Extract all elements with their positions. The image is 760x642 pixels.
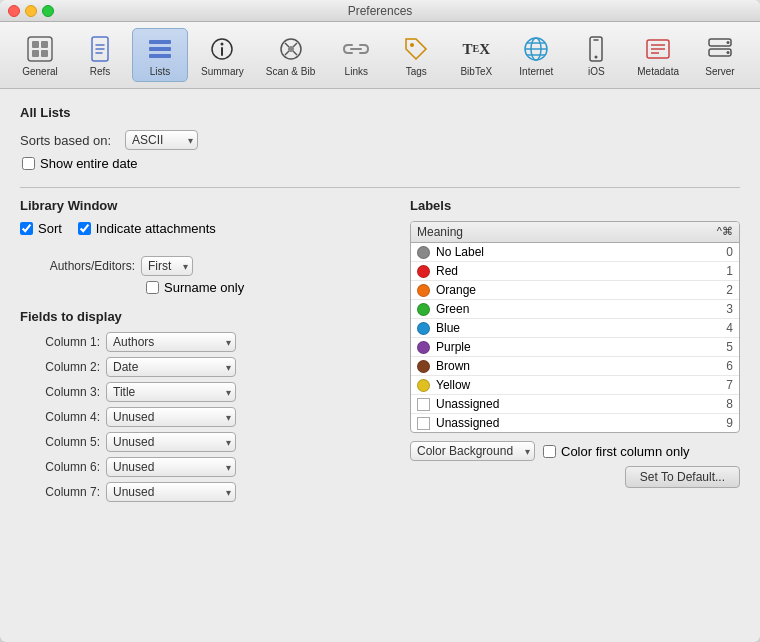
col3-select-wrapper[interactable]: AuthorsDateTitleUnused [106,382,236,402]
label-number-7: 7 [713,378,733,392]
col7-select[interactable]: AuthorsDateTitleUnused [106,482,236,502]
close-button[interactable] [8,5,20,17]
toolbar-item-scan-bib[interactable]: Scan & Bib [257,28,324,82]
svg-rect-6 [149,47,171,51]
authors-select[interactable]: First Last Full [141,256,193,276]
color-bg-select-wrapper[interactable]: Color Background Color Row Color Text [410,441,535,461]
label-row-unassigned-9[interactable]: Unassigned 9 [411,414,739,432]
fields-to-display-title: Fields to display [20,309,380,324]
col2-select-wrapper[interactable]: AuthorsDateTitleUnused [106,357,236,377]
col7-select-wrapper[interactable]: AuthorsDateTitleUnused [106,482,236,502]
label-row-blue[interactable]: Blue 4 [411,319,739,338]
internet-label: Internet [519,66,553,77]
labels-bottom-controls: Color Background Color Row Color Text Co… [410,441,740,461]
svg-point-34 [726,51,729,54]
svg-point-16 [288,46,294,52]
sort-checkbox[interactable] [20,222,33,235]
svg-point-33 [726,41,729,44]
col3-select[interactable]: AuthorsDateTitleUnused [106,382,236,402]
label-row-orange[interactable]: Orange 2 [411,281,739,300]
col4-label: Column 4: [20,410,100,424]
toolbar-item-summary[interactable]: Summary [192,28,253,82]
sorts-select-wrapper[interactable]: ASCII Natural Unicode [125,130,198,150]
show-entire-date-checkbox[interactable] [22,157,35,170]
indicate-attachments-label: Indicate attachments [96,221,216,236]
content-area: All Lists Sorts based on: ASCII Natural … [0,89,760,642]
svg-rect-2 [41,41,48,48]
label-number-1: 1 [713,264,733,278]
server-icon [704,33,736,65]
toolbar-item-metadata[interactable]: Metadata [628,28,688,82]
label-row-purple[interactable]: Purple 5 [411,338,739,357]
col5-select-wrapper[interactable]: AuthorsDateTitleUnused [106,432,236,452]
ios-icon [580,33,612,65]
col5-select[interactable]: AuthorsDateTitleUnused [106,432,236,452]
label-row-no-label[interactable]: No Label 0 [411,243,739,262]
indicate-attachments-checkbox[interactable] [78,222,91,235]
field-row-7: Column 7: AuthorsDateTitleUnused [20,482,380,502]
color-bg-select[interactable]: Color Background Color Row Color Text [410,441,535,461]
field-row-2: Column 2: AuthorsDateTitleUnused [20,357,380,377]
svg-rect-4 [41,50,48,57]
svg-rect-7 [149,54,171,58]
col4-select[interactable]: AuthorsDateTitleUnused [106,407,236,427]
col2-label: Column 2: [20,360,100,374]
minimize-button[interactable] [25,5,37,17]
toolbar-item-tags[interactable]: Tags [388,28,444,82]
svg-line-15 [293,51,297,55]
labels-table: Meaning ^⌘ No Label 0 Red 1 [410,221,740,433]
title-bar: Preferences [0,0,760,22]
toolbar: General Refs Lists [0,22,760,89]
color-first-col-checkbox[interactable] [543,445,556,458]
toolbar-item-bibtex[interactable]: TEX BibTeX [448,28,504,82]
svg-point-26 [595,56,598,59]
refs-label: Refs [90,66,111,77]
set-to-default-button[interactable]: Set To Default... [625,466,740,488]
toolbar-item-internet[interactable]: Internet [508,28,564,82]
field-row-1: Column 1: AuthorsDateTitleUnused [20,332,380,352]
color-first-col-label: Color first column only [561,444,690,459]
svg-line-12 [285,43,289,47]
label-color-purple [417,341,430,354]
label-row-yellow[interactable]: Yellow 7 [411,376,739,395]
toolbar-item-general[interactable]: General [12,28,68,82]
authors-select-wrapper[interactable]: First Last Full [141,256,193,276]
surname-only-checkbox[interactable] [146,281,159,294]
col6-label: Column 6: [20,460,100,474]
toolbar-item-lists[interactable]: Lists [132,28,188,82]
toolbar-item-server[interactable]: Server [692,28,748,82]
summary-label: Summary [201,66,244,77]
metadata-label: Metadata [637,66,679,77]
svg-point-18 [410,43,414,47]
label-color-brown [417,360,430,373]
tags-icon [400,33,432,65]
col6-select[interactable]: AuthorsDateTitleUnused [106,457,236,477]
bibtex-label: BibTeX [460,66,492,77]
show-entire-date-label: Show entire date [40,156,138,171]
toolbar-item-ios[interactable]: iOS [568,28,624,82]
label-number-9: 9 [713,416,733,430]
label-row-green[interactable]: Green 3 [411,300,739,319]
col1-select[interactable]: AuthorsDateTitleUnused [106,332,236,352]
general-label: General [22,66,58,77]
label-number-5: 5 [713,340,733,354]
col4-select-wrapper[interactable]: AuthorsDateTitleUnused [106,407,236,427]
window-controls[interactable] [8,5,54,17]
col5-label: Column 5: [20,435,100,449]
label-name-unassigned-8: Unassigned [436,397,713,411]
scan-bib-icon [275,33,307,65]
toolbar-item-links[interactable]: Links [328,28,384,82]
maximize-button[interactable] [42,5,54,17]
toolbar-item-refs[interactable]: Refs [72,28,128,82]
col1-select-wrapper[interactable]: AuthorsDateTitleUnused [106,332,236,352]
col6-select-wrapper[interactable]: AuthorsDateTitleUnused [106,457,236,477]
svg-rect-1 [32,41,39,48]
sorts-select[interactable]: ASCII Natural Unicode [125,130,198,150]
divider [20,187,740,188]
no-label-dot [417,246,430,259]
label-row-unassigned-8[interactable]: Unassigned 8 [411,395,739,414]
col2-select[interactable]: AuthorsDateTitleUnused [106,357,236,377]
label-row-red[interactable]: Red 1 [411,262,739,281]
label-row-brown[interactable]: Brown 6 [411,357,739,376]
label-number-0: 0 [713,245,733,259]
